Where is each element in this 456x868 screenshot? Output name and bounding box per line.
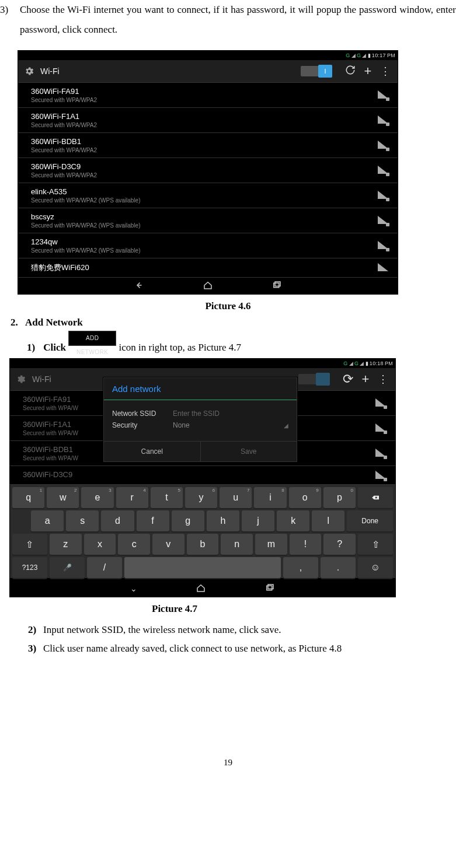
save-button[interactable]: Save — [201, 442, 297, 461]
wifi-row[interactable]: 猎豹免费WiFi620 — [18, 258, 398, 278]
wifi-signal-icon — [374, 471, 386, 480]
key-a[interactable]: a — [31, 510, 64, 531]
key-excl[interactable]: ! — [290, 534, 322, 555]
back-icon[interactable] — [134, 280, 144, 292]
ssid-input[interactable]: Enter the SSID — [170, 410, 288, 418]
key-n[interactable]: n — [221, 534, 253, 555]
mic-key[interactable]: 🎤 — [50, 557, 85, 578]
key-v[interactable]: v — [152, 534, 185, 555]
shift-key[interactable]: ⇧ — [12, 534, 47, 555]
key-quest[interactable]: ? — [323, 534, 356, 555]
home-icon[interactable] — [196, 583, 206, 595]
status-ampm: PM — [385, 360, 393, 366]
instruction-3-text: Choose the Wi-Fi internet you want to co… — [20, 0, 456, 40]
wifi-row[interactable]: 360WiFi-F1A1Secured with WPA/WPA2 — [18, 108, 398, 133]
screenshot-4-6: G ◢ G ◢ ▮ 10:17 PM Wi-Fi I + ⋮ 360WiFi-F… — [18, 50, 398, 295]
key-i[interactable]: 8i — [254, 487, 286, 508]
settings-icon — [16, 374, 26, 384]
period-key[interactable]: . — [321, 557, 356, 578]
wifi-name: 猎豹免费WiFi620 — [31, 262, 377, 273]
home-icon[interactable] — [203, 280, 213, 292]
hide-kbd-icon[interactable]: ⌄ — [130, 584, 137, 593]
caption-4-7: Picture 4.7 — [152, 603, 456, 615]
wifi-toggle[interactable]: I — [301, 66, 332, 76]
ssid-label: Network SSID — [112, 410, 170, 418]
wifi-row[interactable]: elink-A535Secured with WPA/WPA2 (WPS ava… — [18, 183, 398, 208]
settings-icon[interactable] — [24, 66, 34, 76]
done-key[interactable]: Done — [347, 510, 393, 531]
caption-4-6: Picture 4.6 — [0, 300, 456, 312]
svg-rect-3 — [267, 586, 272, 590]
key-o[interactable]: 9o — [289, 487, 321, 508]
key-f[interactable]: f — [137, 510, 169, 531]
backspace-key[interactable] — [358, 487, 393, 508]
add-icon[interactable]: + — [359, 65, 377, 78]
wifi-row[interactable]: 360WiFi-FA91Secured with WPA/WPA2 — [18, 83, 398, 108]
key-x[interactable]: x — [84, 534, 116, 555]
android-navbar-2: ⌄ — [10, 580, 395, 597]
security-label: Security — [112, 421, 170, 429]
slash-key[interactable]: / — [87, 557, 122, 578]
signal-icon-2: ◢ — [360, 360, 364, 366]
add-network-dialog: Add network Network SSID Enter the SSID … — [103, 377, 297, 462]
menu-icon[interactable]: ⋮ — [377, 66, 394, 76]
recent-icon[interactable] — [271, 280, 282, 292]
wifi-row[interactable]: bscsyzSecured with WPA/WPA2 (WPS availab… — [18, 208, 398, 233]
g-indicator-2: G — [357, 52, 361, 58]
dialog-title: Add network — [104, 378, 297, 400]
key-j[interactable]: j — [242, 510, 274, 531]
cancel-button[interactable]: Cancel — [104, 442, 201, 461]
wifi-signal-icon — [377, 166, 388, 175]
symbols-key[interactable]: ?123 — [12, 557, 47, 578]
svg-rect-4 — [268, 584, 273, 589]
wifi-name: 1234qw — [31, 237, 377, 246]
key-e[interactable]: 3e — [81, 487, 113, 508]
step3-num: 3) — [28, 639, 43, 658]
key-r[interactable]: 4r — [116, 487, 148, 508]
comma-key[interactable]: , — [283, 557, 318, 578]
key-z[interactable]: z — [50, 534, 82, 555]
key-c[interactable]: c — [118, 534, 150, 555]
section-add-network: 2. Add Network 1) Click ADD NETWORK icon… — [11, 317, 456, 354]
recent-icon[interactable] — [264, 583, 275, 595]
key-m[interactable]: m — [255, 534, 287, 555]
wifi-row[interactable]: 360WiFi-BDB1Secured with WPA/WPA2 — [18, 133, 398, 158]
shift-key-right[interactable]: ⇧ — [358, 534, 393, 555]
g-indicator: G — [343, 360, 347, 366]
add-network-chip: ADD NETWORK — [68, 331, 116, 346]
space-key[interactable] — [124, 557, 281, 578]
refresh-icon[interactable] — [342, 65, 359, 78]
wifi-name: 360WiFi-BDB1 — [31, 137, 377, 146]
key-w[interactable]: 2w — [47, 487, 79, 508]
screenshot-4-7: G ◢ G ◢ ▮ 10:18 PM Wi-Fi ⟳ + ⋮ 360WiFi-F… — [9, 358, 396, 597]
security-select[interactable]: None — [170, 421, 284, 429]
wifi-name: 360WiFi-D3C9 — [31, 162, 377, 171]
wifi-row[interactable]: 360WiFi-D3C9Secured with WPA/WPA2 — [18, 158, 398, 183]
wifi-name: elink-A535 — [31, 187, 377, 196]
key-g[interactable]: g — [172, 510, 204, 531]
key-u[interactable]: 7u — [220, 487, 252, 508]
key-y[interactable]: 6y — [185, 487, 217, 508]
key-b[interactable]: b — [187, 534, 219, 555]
key-l[interactable]: l — [312, 510, 344, 531]
android-navbar — [18, 278, 398, 294]
step2-text: Input network SSID, the wireless network… — [43, 624, 281, 635]
key-d[interactable]: d — [101, 510, 134, 531]
wifi-security: Secured with WPA/WPA2 — [31, 97, 377, 103]
key-t[interactable]: 5t — [151, 487, 183, 508]
step2-num: 2) — [28, 621, 43, 639]
section2-title: Add Network — [25, 317, 83, 328]
wifi-security: Secured with WPA/WPA2 — [31, 147, 377, 153]
instruction-3: 3) Choose the Wi-Fi internet you want to… — [0, 0, 456, 40]
key-s[interactable]: s — [66, 510, 99, 531]
step3-text: Click user name already saved, click con… — [43, 643, 342, 654]
key-p[interactable]: 0p — [323, 487, 356, 508]
key-q[interactable]: 1q — [12, 487, 44, 508]
wifi-signal-icon — [377, 191, 388, 200]
key-k[interactable]: k — [277, 510, 309, 531]
status-time: 10:18 — [370, 360, 384, 366]
key-h[interactable]: h — [207, 510, 239, 531]
emoji-key[interactable]: ☺ — [358, 557, 393, 578]
wifi-name: 360WiFi-D3C9 — [23, 470, 374, 479]
wifi-row[interactable]: 1234qwSecured with WPA/WPA2 (WPS availab… — [18, 233, 398, 258]
